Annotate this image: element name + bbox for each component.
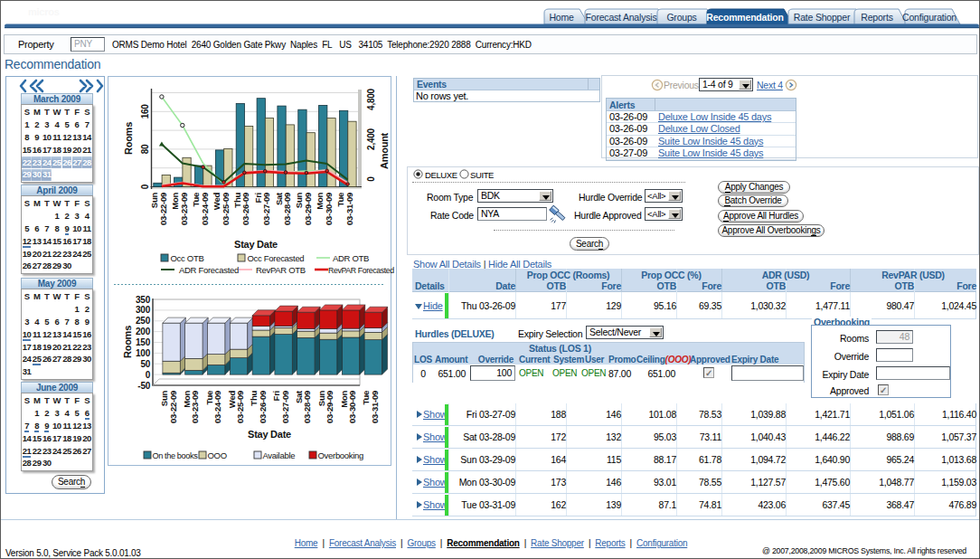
svg-text:Home: Home	[549, 12, 574, 23]
svg-text:-50: -50	[137, 381, 150, 391]
svg-text:0: 0	[366, 176, 376, 182]
svg-text:100: 100	[136, 348, 151, 358]
svg-text:03-25-09: 03-25-09	[221, 193, 231, 225]
svg-text:03-28-09: 03-28-09	[302, 391, 312, 423]
svg-text:0: 0	[140, 184, 150, 189]
svg-text:03-30-09: 03-30-09	[347, 391, 357, 423]
svg-text:03-29-09: 03-29-09	[303, 193, 313, 225]
svg-text:03-27-09: 03-27-09	[261, 193, 271, 225]
svg-text:Forecast Analysis: Forecast Analysis	[586, 12, 657, 23]
svg-text:OOO: OOO	[208, 450, 227, 460]
svg-text:03-30-09: 03-30-09	[324, 193, 334, 225]
svg-text:03-22-09: 03-22-09	[168, 391, 178, 423]
svg-text:03-28-09: 03-28-09	[282, 193, 292, 225]
svg-text:03-27-09: 03-27-09	[280, 391, 290, 423]
svg-text:03-24-09: 03-24-09	[212, 391, 222, 423]
svg-text:03-31-09: 03-31-09	[370, 391, 380, 423]
svg-text:Groups: Groups	[666, 12, 696, 23]
svg-text:On the books: On the books	[153, 451, 199, 460]
svg-text:03-23-09: 03-23-09	[190, 391, 200, 423]
svg-text:4,800: 4,800	[366, 88, 376, 109]
svg-text:Rooms: Rooms	[122, 326, 133, 358]
svg-text:ADR Forecasted: ADR Forecasted	[179, 265, 239, 275]
svg-text:Configuration: Configuration	[902, 12, 956, 23]
svg-text:03-29-09: 03-29-09	[325, 391, 335, 423]
svg-text:150: 150	[136, 337, 151, 347]
svg-text:03-22-09: 03-22-09	[158, 193, 168, 225]
svg-text:03-25-09: 03-25-09	[235, 391, 245, 423]
svg-text:03-26-09: 03-26-09	[240, 193, 250, 225]
svg-text:ADR OTB: ADR OTB	[333, 253, 369, 263]
svg-text:350: 350	[136, 295, 151, 305]
svg-text:80: 80	[140, 144, 150, 154]
svg-text:RevPAR OTB: RevPAR OTB	[256, 265, 306, 275]
svg-text:Rooms: Rooms	[123, 122, 134, 155]
svg-text:Occ Forecasted: Occ Forecasted	[248, 253, 305, 263]
svg-text:Available: Available	[263, 450, 296, 460]
svg-text:Recommendation: Recommendation	[706, 12, 783, 23]
svg-text:micros: micros	[28, 6, 60, 17]
svg-text:Reports: Reports	[861, 12, 892, 23]
svg-text:03-26-09: 03-26-09	[258, 391, 268, 423]
svg-text:03-24-09: 03-24-09	[200, 193, 210, 225]
svg-text:Amount: Amount	[379, 132, 390, 169]
svg-text:300: 300	[136, 305, 151, 315]
svg-text:Overbooking: Overbooking	[318, 450, 364, 460]
svg-text:03-31-09: 03-31-09	[344, 193, 354, 225]
svg-text:RevPAR Forecasted: RevPAR Forecasted	[328, 266, 394, 275]
svg-text:0: 0	[146, 370, 151, 380]
svg-text:160: 160	[140, 104, 150, 119]
svg-text:2,400: 2,400	[366, 128, 376, 149]
svg-text:Stay Date: Stay Date	[248, 429, 291, 440]
svg-text:Rate Shopper: Rate Shopper	[794, 12, 851, 23]
svg-text:Occ OTB: Occ OTB	[171, 253, 204, 263]
svg-text:250: 250	[136, 316, 151, 326]
svg-text:50: 50	[140, 359, 150, 369]
svg-text:Stay Date: Stay Date	[234, 239, 278, 250]
svg-text:200: 200	[136, 327, 151, 336]
svg-text:03-23-09: 03-23-09	[179, 193, 189, 225]
